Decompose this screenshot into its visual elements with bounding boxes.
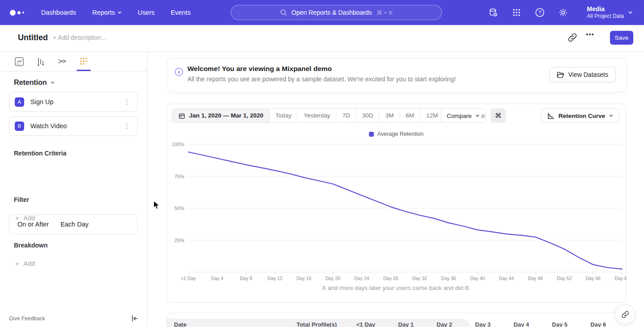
retention-curve-icon: [547, 113, 555, 119]
project-switcher[interactable]: Media All Project Data: [587, 0, 632, 25]
more-options-button[interactable]: •••: [586, 30, 594, 38]
give-feedback-link[interactable]: Give Feedback: [9, 315, 45, 322]
svg-text:Day 12: Day 12: [267, 276, 282, 281]
chart-caption: X and more days later your users came ba…: [167, 285, 626, 291]
view-datasets-button[interactable]: View Datasets: [549, 67, 616, 82]
date-range-label: Jan 1, 2020 — Mar 1, 2020: [189, 109, 263, 122]
retention-line-chart[interactable]: 100%75%50%25%<1 DayDay 4Day 8Day 12Day 1…: [167, 140, 627, 283]
add-description-field[interactable]: + Add description...: [53, 34, 106, 41]
preset-yesterday[interactable]: Yesterday: [297, 109, 336, 122]
table-header-row: Date Total Profile(s) <1 Day Day 1 Day 2…: [167, 321, 626, 327]
col-header-day5[interactable]: Day 5: [529, 321, 568, 327]
kebab-menu-icon[interactable]: ⋮: [122, 97, 132, 107]
col-header-day4[interactable]: Day 4: [491, 321, 529, 327]
svg-text:Day 4: Day 4: [211, 276, 224, 281]
report-type-tabs: [0, 52, 147, 71]
report-header-bar: Untitled + Add description... ••• Save: [0, 25, 644, 52]
date-range-button[interactable]: Jan 1, 2020 — Mar 1, 2020: [173, 109, 269, 122]
chevron-down-icon: [609, 114, 613, 117]
banner-subtitle: All the reports you see are powered by a…: [187, 75, 456, 83]
plus-icon: +: [15, 214, 19, 222]
svg-text:Day 8: Day 8: [240, 276, 253, 281]
nav-item-label: Users: [138, 9, 155, 16]
retention-table-card: Date Total Profile(s) <1 Day Day 1 Day 2…: [166, 313, 626, 327]
svg-text:100%: 100%: [172, 142, 184, 147]
search-placeholder: Open Reports & Dashboards: [292, 9, 372, 16]
banner-title: Welcome! You are viewing a Mixpanel demo: [187, 65, 332, 73]
nav-item-reports[interactable]: Reports: [92, 9, 122, 16]
preset-6m[interactable]: 6M: [399, 109, 420, 122]
main-content: i Welcome! You are viewing a Mixpanel de…: [148, 52, 644, 327]
col-header-day3[interactable]: Day 3: [452, 321, 491, 327]
legend-label: Average Retention: [377, 131, 424, 137]
nav-item-users[interactable]: Users: [138, 9, 155, 16]
retention-section-dropdown[interactable]: Retention: [14, 79, 55, 87]
nav-item-events[interactable]: Events: [171, 9, 191, 16]
breakdown-add-button[interactable]: + Add: [15, 260, 35, 267]
col-header-date[interactable]: Date: [167, 321, 270, 327]
col-header-total-profiles[interactable]: Total Profile(s): [270, 321, 337, 327]
report-builder-sidebar: Retention A Sign Up ⋮ B Watch Video ⋮ Re…: [0, 52, 148, 327]
calendar-icon: [178, 113, 185, 119]
col-header-day6[interactable]: Day 6: [568, 321, 606, 327]
chevron-down-icon: [118, 11, 122, 14]
preset-30d[interactable]: 30D: [356, 109, 379, 122]
criteria-granularity[interactable]: Each Day: [60, 221, 89, 228]
nav-item-dashboards[interactable]: Dashboards: [41, 9, 76, 16]
preset-3m[interactable]: 3M: [379, 109, 399, 122]
grid-view-icon[interactable]: #: [475, 109, 491, 123]
project-scope: All Project Data: [587, 13, 624, 20]
col-header-day1[interactable]: Day 1: [375, 321, 414, 327]
filter-add-button[interactable]: + Add: [15, 214, 35, 222]
global-search-input[interactable]: Open Reports & Dashboards ⌘ + K: [231, 5, 442, 20]
svg-text:Day 16: Day 16: [297, 276, 311, 281]
col-header-day2[interactable]: Day 2: [414, 321, 452, 327]
top-nav: Dashboards Reports Users Events Open Rep…: [0, 0, 644, 25]
col-header-lt1day[interactable]: <1 Day: [337, 321, 375, 327]
step-card-sign-up[interactable]: A Sign Up ⋮: [9, 92, 138, 112]
date-range-segmented-control: Jan 1, 2020 — Mar 1, 2020 Today Yesterda…: [172, 109, 444, 123]
criteria-condition[interactable]: On or After: [17, 221, 49, 228]
info-icon: i: [175, 68, 183, 76]
nav-item-label: Dashboards: [41, 9, 76, 16]
preset-today[interactable]: Today: [269, 109, 297, 122]
tab-insights-icon[interactable]: [13, 53, 25, 70]
step-label: Watch Video: [30, 122, 115, 130]
share-link-fab[interactable]: [615, 304, 635, 324]
svg-text:Day 44: Day 44: [499, 276, 514, 281]
tab-flows-icon[interactable]: [56, 53, 68, 70]
command-view-icon[interactable]: ⌘: [491, 109, 506, 123]
svg-text:Day 32: Day 32: [412, 276, 427, 281]
step-card-watch-video[interactable]: B Watch Video ⋮: [9, 116, 138, 136]
settings-gear-icon[interactable]: [558, 8, 568, 17]
svg-text:Day 56: Day 56: [586, 276, 601, 281]
data-management-icon[interactable]: [488, 8, 498, 17]
step-label: Sign Up: [30, 98, 115, 105]
report-title[interactable]: Untitled: [18, 33, 48, 42]
breakdown-heading: Breakdown: [14, 242, 47, 249]
chevron-down-icon: [628, 11, 632, 14]
nav-item-label: Reports: [92, 9, 115, 16]
tab-funnels-icon[interactable]: [35, 53, 47, 70]
tab-retention-icon[interactable]: [78, 53, 89, 70]
kebab-menu-icon[interactable]: ⋮: [122, 121, 132, 131]
help-icon[interactable]: ?: [535, 8, 545, 17]
chart-type-dropdown[interactable]: Retention Curve: [541, 109, 619, 123]
chart-type-label: Retention Curve: [559, 113, 605, 119]
mixpanel-logo-icon[interactable]: [10, 10, 25, 16]
step-badge-a: A: [15, 97, 24, 107]
svg-text:Day 20: Day 20: [326, 276, 340, 281]
add-label: Add: [23, 260, 35, 267]
copy-link-icon[interactable]: [567, 32, 578, 43]
svg-text:Day 48: Day 48: [528, 276, 542, 281]
preset-7d[interactable]: 7D: [336, 109, 356, 122]
collapse-sidebar-icon[interactable]: [131, 314, 139, 323]
compare-label: Compare: [447, 113, 472, 119]
chart-controls: Jan 1, 2020 — Mar 1, 2020 Today Yesterda…: [172, 109, 620, 123]
view-mode-toggle: # ⌘: [475, 109, 506, 123]
svg-text:Day 24: Day 24: [354, 276, 369, 281]
chevron-down-icon: [51, 81, 55, 84]
apps-grid-icon[interactable]: [512, 8, 521, 17]
save-button[interactable]: Save: [610, 31, 633, 45]
svg-text:50%: 50%: [174, 205, 184, 211]
